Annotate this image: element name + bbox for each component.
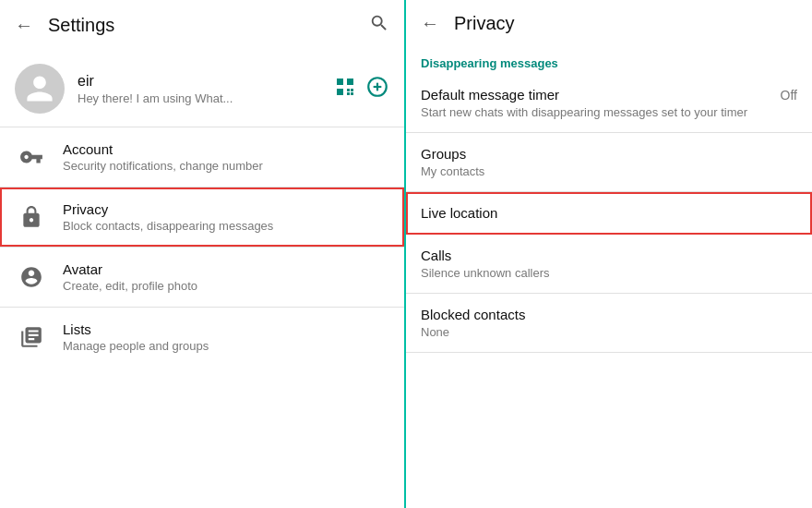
svg-rect-4	[351, 89, 353, 91]
right-item-default-timer[interactable]: Default message timer Off Start new chat…	[406, 74, 812, 133]
lists-sublabel: Manage people and groups	[63, 339, 389, 353]
nav-item-avatar[interactable]: Avatar Create, edit, profile photo	[0, 248, 404, 307]
nav-item-lists[interactable]: Lists Manage people and groups	[0, 308, 404, 367]
calls-label: Calls	[421, 248, 797, 263]
right-back-icon[interactable]: ←	[421, 13, 439, 34]
avatar-icon	[15, 260, 48, 294]
profile-name: eir	[78, 73, 321, 90]
blocked-contacts-sublabel: None	[421, 325, 797, 339]
qr-icon[interactable]	[334, 76, 356, 103]
disappearing-section-label: Disappearing messages	[406, 47, 812, 74]
lists-icon	[15, 321, 48, 354]
right-item-groups[interactable]: Groups My contacts	[406, 133, 812, 192]
avatar-text: Avatar Create, edit, profile photo	[63, 261, 389, 293]
lists-label: Lists	[63, 321, 389, 337]
profile-actions	[334, 75, 389, 103]
profile-section[interactable]: eir Hey there! I am using What...	[0, 51, 404, 127]
privacy-label: Privacy	[63, 201, 389, 217]
svg-rect-6	[351, 92, 353, 95]
right-panel: ← Privacy Disappearing messages Default …	[406, 0, 812, 508]
blocked-contacts-label: Blocked contacts	[421, 307, 797, 322]
left-header-title: Settings	[48, 15, 354, 36]
right-header: ← Privacy	[406, 0, 812, 47]
groups-sublabel: My contacts	[421, 164, 797, 178]
right-item-calls[interactable]: Calls Silence unknown callers	[406, 235, 812, 294]
search-icon[interactable]	[369, 13, 389, 38]
avatar	[15, 64, 65, 114]
calls-sublabel: Silence unknown callers	[421, 266, 797, 280]
default-timer-value: Off	[781, 88, 797, 103]
privacy-text: Privacy Block contacts, disappearing mes…	[63, 201, 389, 233]
right-item-blocked-contacts[interactable]: Blocked contacts None	[406, 294, 812, 353]
svg-rect-5	[347, 92, 350, 95]
svg-rect-0	[337, 79, 343, 85]
default-timer-sublabel: Start new chats with disappearing messag…	[421, 105, 797, 119]
svg-rect-1	[347, 79, 353, 85]
lists-text: Lists Manage people and groups	[63, 321, 389, 353]
avatar-sublabel: Create, edit, profile photo	[63, 279, 389, 293]
live-location-label: Live location	[421, 205, 797, 221]
back-icon[interactable]: ←	[15, 15, 33, 36]
account-label: Account	[63, 141, 389, 157]
default-timer-header: Default message timer Off	[421, 87, 797, 103]
add-icon[interactable]	[365, 75, 389, 103]
avatar-label: Avatar	[63, 261, 389, 277]
svg-rect-2	[337, 89, 343, 95]
account-text: Account Security notifications, change n…	[63, 141, 389, 173]
right-item-live-location[interactable]: Live location	[406, 192, 812, 235]
profile-status: Hey there! I am using What...	[78, 91, 321, 105]
nav-item-account[interactable]: Account Security notifications, change n…	[0, 127, 404, 187]
default-timer-label: Default message timer	[421, 87, 559, 103]
profile-info: eir Hey there! I am using What...	[78, 73, 321, 105]
left-panel: ← Settings eir Hey there! I am using Wha…	[0, 0, 406, 508]
account-sublabel: Security notifications, change number	[63, 159, 389, 173]
right-header-title: Privacy	[454, 13, 515, 34]
privacy-sublabel: Block contacts, disappearing messages	[63, 219, 389, 233]
key-icon	[15, 140, 48, 174]
groups-label: Groups	[421, 146, 797, 162]
left-header: ← Settings	[0, 0, 404, 51]
svg-rect-3	[347, 89, 350, 91]
nav-item-privacy[interactable]: Privacy Block contacts, disappearing mes…	[0, 187, 404, 247]
lock-icon	[15, 200, 48, 234]
